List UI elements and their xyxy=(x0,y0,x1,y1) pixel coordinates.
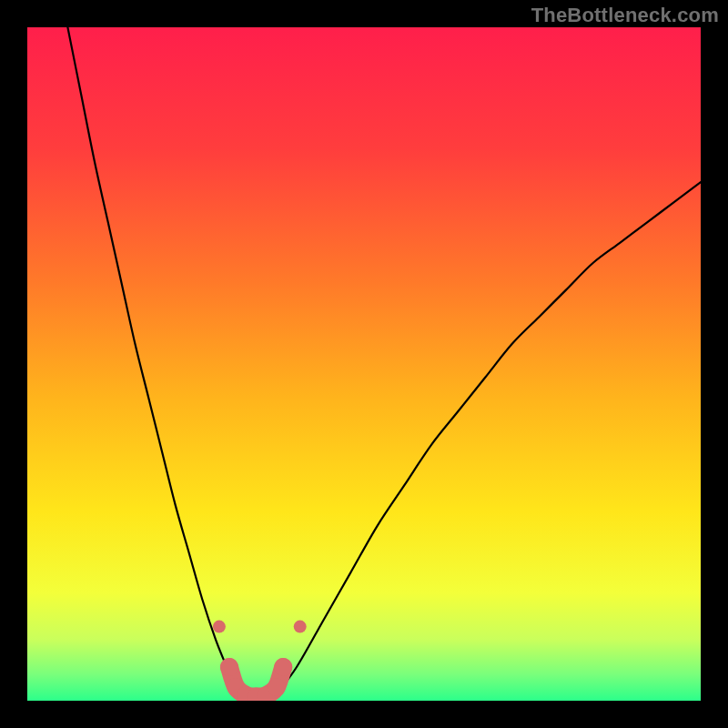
marker-dot xyxy=(294,621,307,633)
marker-dot xyxy=(213,621,226,633)
chart-svg xyxy=(27,27,701,701)
gradient-rect xyxy=(27,27,701,701)
marker-dot xyxy=(274,658,292,676)
watermark-text: TheBottleneck.com xyxy=(531,4,719,27)
plot-area xyxy=(27,27,701,701)
marker-dot xyxy=(220,658,238,676)
chart-stage: TheBottleneck.com xyxy=(0,0,728,728)
marker-dot xyxy=(268,678,286,696)
